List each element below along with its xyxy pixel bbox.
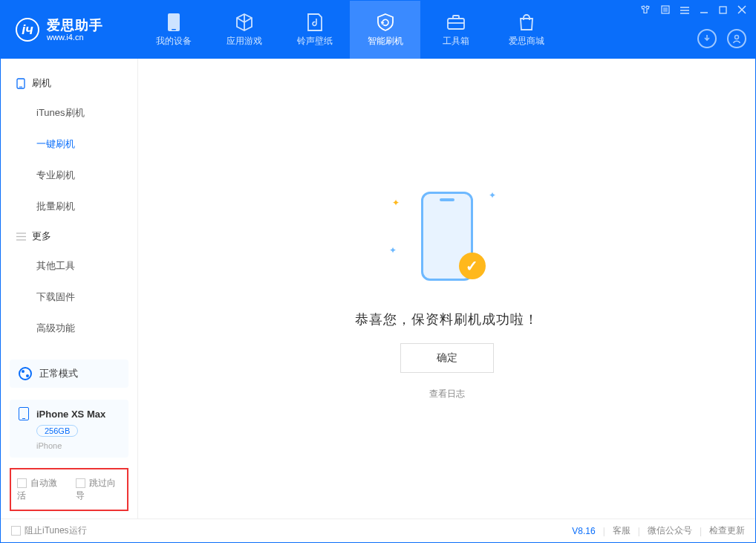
sidebar-item-batch-flash[interactable]: 批量刷机 xyxy=(1,191,137,222)
sidebar-item-advanced[interactable]: 高级功能 xyxy=(1,313,137,344)
sparkle-icon: ✦ xyxy=(392,198,400,208)
block-itunes-checkbox[interactable]: 阻止iTunes运行 xyxy=(11,524,87,537)
device-small-icon xyxy=(16,78,26,88)
sparkle-icon: ✦ xyxy=(489,190,496,201)
top-nav: 我的设备 应用游戏 铃声壁纸 智能刷机 工具箱 爱思商城 xyxy=(138,1,561,59)
nav-apps-games[interactable]: 应用游戏 xyxy=(209,1,279,59)
bag-icon xyxy=(517,13,536,32)
nav-my-device[interactable]: 我的设备 xyxy=(138,1,209,59)
header-right xyxy=(640,1,746,59)
skip-wizard-checkbox[interactable]: 跳过向导 xyxy=(76,477,121,502)
maximize-icon[interactable] xyxy=(719,6,727,16)
footer-update-link[interactable]: 检查更新 xyxy=(709,524,745,537)
device-type: iPhone xyxy=(36,441,120,450)
footer-left: 阻止iTunes运行 xyxy=(11,524,87,537)
sidebar: 刷机 iTunes刷机 一键刷机 专业刷机 批量刷机 更多 其他工具 下载固件 … xyxy=(1,59,138,518)
normal-mode-icon xyxy=(19,367,32,380)
sidebar-item-other-tools[interactable]: 其他工具 xyxy=(1,250,137,282)
device-capacity-badge: 256GB xyxy=(36,425,78,437)
more-icon xyxy=(16,231,26,241)
svg-rect-13 xyxy=(720,7,726,13)
svg-rect-3 xyxy=(453,16,459,19)
cube-icon xyxy=(235,13,254,32)
svg-rect-0 xyxy=(168,13,180,31)
shirt-icon[interactable] xyxy=(640,5,651,16)
view-log-link[interactable]: 查看日志 xyxy=(429,388,465,400)
mode-label: 正常模式 xyxy=(39,367,78,380)
version-label: V8.16 xyxy=(572,526,595,536)
download-button[interactable] xyxy=(697,29,717,48)
auto-activate-checkbox[interactable]: 自动激活 xyxy=(17,477,62,502)
list-icon[interactable] xyxy=(661,5,670,16)
user-button[interactable] xyxy=(727,29,746,48)
footer: 阻止iTunes运行 V8.16 | 客服 | 微信公众号 | 检查更新 xyxy=(1,518,755,542)
main-content: ✦ ✦ ✦ ✓ 恭喜您，保资料刷机成功啦！ 确定 查看日志 xyxy=(138,59,755,518)
svg-point-16 xyxy=(735,36,739,39)
sidebar-item-download-firmware[interactable]: 下载固件 xyxy=(1,282,137,313)
nav-store[interactable]: 爱思商城 xyxy=(491,1,561,59)
toolbox-icon xyxy=(446,13,466,32)
sidebar-item-pro-flash[interactable]: 专业刷机 xyxy=(1,160,137,191)
group-more-label: 更多 xyxy=(32,230,51,243)
minimize-icon[interactable] xyxy=(700,5,708,16)
user-icons xyxy=(697,29,746,48)
close-icon[interactable] xyxy=(737,5,746,16)
device-name: iPhone XS Max xyxy=(36,409,105,420)
highlighted-checkbox-row: 自动激活 跳过向导 xyxy=(10,468,128,511)
group-flash-label: 刷机 xyxy=(32,77,51,90)
body: 刷机 iTunes刷机 一键刷机 专业刷机 批量刷机 更多 其他工具 下载固件 … xyxy=(1,59,755,518)
phone-icon xyxy=(164,13,183,32)
group-flash-head: 刷机 xyxy=(1,69,137,97)
mode-box[interactable]: 正常模式 xyxy=(10,360,128,388)
sidebar-item-onekey-flash[interactable]: 一键刷机 xyxy=(1,129,137,160)
success-check-icon: ✓ xyxy=(459,253,486,279)
footer-wechat-link[interactable]: 微信公众号 xyxy=(648,524,692,537)
menu-icon[interactable] xyxy=(680,6,689,16)
app-url: www.i4.cn xyxy=(47,33,103,42)
footer-right: V8.16 | 客服 | 微信公众号 | 检查更新 xyxy=(572,524,745,537)
device-icon xyxy=(19,407,29,420)
success-illustration: ✦ ✦ ✦ ✓ xyxy=(373,177,521,296)
svg-rect-1 xyxy=(172,29,176,30)
app-name: 爱思助手 xyxy=(47,19,103,32)
sidebar-item-itunes-flash[interactable]: iTunes刷机 xyxy=(1,97,137,129)
success-message: 恭喜您，保资料刷机成功啦！ xyxy=(355,310,538,328)
music-file-icon xyxy=(305,13,325,32)
group-more-head: 更多 xyxy=(1,222,137,250)
nav-ringtone-wallpaper[interactable]: 铃声壁纸 xyxy=(279,1,350,59)
device-box[interactable]: iPhone XS Max 256GB iPhone xyxy=(10,400,128,458)
svg-rect-2 xyxy=(448,19,464,29)
ok-button[interactable]: 确定 xyxy=(400,343,494,373)
logo-icon: iч xyxy=(16,18,39,42)
footer-support-link[interactable]: 客服 xyxy=(613,524,630,537)
nav-toolbox[interactable]: 工具箱 xyxy=(420,1,491,59)
app-window: iч 爱思助手 www.i4.cn 我的设备 应用游戏 铃声壁纸 智能刷机 xyxy=(0,0,756,543)
refresh-shield-icon xyxy=(376,13,395,32)
logo-area: iч 爱思助手 www.i4.cn xyxy=(1,1,138,59)
nav-smart-flash[interactable]: 智能刷机 xyxy=(350,1,420,59)
window-controls xyxy=(640,5,746,16)
sparkle-icon: ✦ xyxy=(389,245,397,256)
header: iч 爱思助手 www.i4.cn 我的设备 应用游戏 铃声壁纸 智能刷机 xyxy=(1,1,755,59)
